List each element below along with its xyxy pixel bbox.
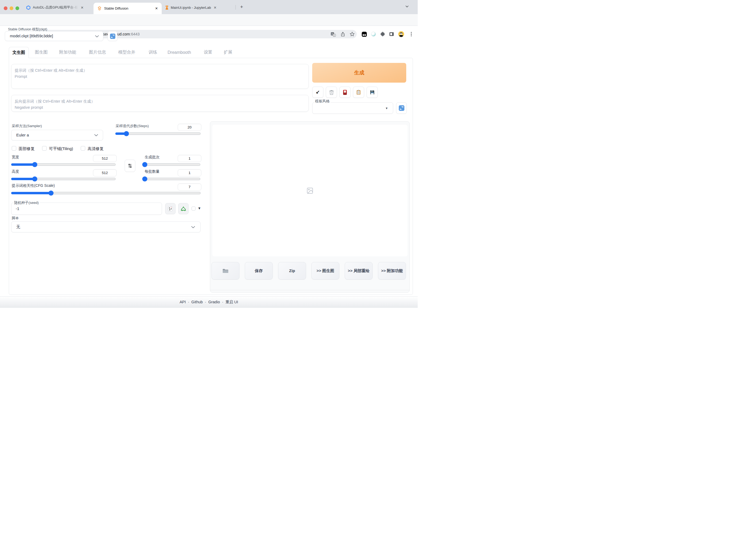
prompt-textarea[interactable]: 提示词（按 Ctrl+Enter 或 Alt+Enter 生成） Prompt xyxy=(11,64,309,89)
new-tab-button[interactable]: + xyxy=(238,3,245,10)
slider-thumb xyxy=(142,162,147,167)
swap-dimensions-button[interactable] xyxy=(125,159,135,172)
hourglass-icon xyxy=(165,5,169,10)
reuse-seed-button[interactable] xyxy=(178,203,189,214)
generate-button[interactable]: 生成 xyxy=(312,63,406,83)
chevron-down-icon xyxy=(191,225,195,230)
send-to-img2img-button[interactable]: >> 图生图 xyxy=(311,262,339,280)
tab-settings[interactable]: 设置 xyxy=(204,47,212,58)
tiling-checkbox[interactable] xyxy=(42,146,47,151)
read-params-button[interactable]: ↙ xyxy=(312,87,323,98)
clear-prompt-button[interactable] xyxy=(326,87,337,98)
tab-train[interactable]: 训练 xyxy=(149,47,157,58)
open-folder-button[interactable] xyxy=(212,262,240,280)
random-seed-button[interactable] xyxy=(165,203,176,214)
batch-size-input[interactable] xyxy=(178,169,202,176)
share-icon[interactable] xyxy=(340,31,346,37)
save-button[interactable]: 保存 xyxy=(245,262,273,280)
chevron-down-icon xyxy=(95,34,99,39)
slider-thumb xyxy=(124,131,129,136)
footer-link-github[interactable]: Github xyxy=(191,300,203,304)
script-dropdown[interactable]: 无 xyxy=(11,222,201,232)
window-zoom-button[interactable] xyxy=(16,6,19,10)
browser-menu-icon[interactable] xyxy=(408,31,415,37)
seed-extra-caret-icon[interactable]: ▼ xyxy=(198,206,201,210)
tab-dreambooth[interactable]: Dreambooth xyxy=(168,47,191,58)
browser-tab-autodl[interactable]: AutoDL-品质GPU租用平台-租G ✕ xyxy=(26,4,91,11)
send-to-inpaint-button[interactable]: >> 局部重绘 xyxy=(345,262,373,280)
steps-input[interactable] xyxy=(178,124,202,131)
extension-sphere-icon[interactable] xyxy=(370,31,377,37)
footer-link-restart-ui[interactable]: 重启 UI xyxy=(225,300,238,304)
tab-img2img[interactable]: 图生图 xyxy=(35,47,48,58)
clipboard-icon xyxy=(356,90,361,95)
highres-fix-checkbox[interactable] xyxy=(81,146,85,151)
window-minimize-button[interactable] xyxy=(9,6,13,10)
bookmark-star-icon[interactable] xyxy=(349,31,355,37)
zip-button[interactable]: Zip xyxy=(278,262,306,280)
restore-faces-label: 面部修复 xyxy=(19,146,35,151)
width-slider[interactable] xyxy=(11,162,116,167)
refresh-icon xyxy=(399,105,404,111)
width-input[interactable] xyxy=(93,155,117,162)
template-style-refresh-button[interactable] xyxy=(396,102,407,114)
restore-faces-checkbox[interactable] xyxy=(12,146,16,151)
tab-txt2img[interactable]: 文生图 xyxy=(9,47,29,58)
tab-close-icon[interactable]: ✕ xyxy=(155,6,158,10)
footer-link-gradio[interactable]: Gradio xyxy=(208,300,220,304)
tab-close-icon[interactable]: ✕ xyxy=(80,6,84,9)
footer-link-api[interactable]: API xyxy=(180,300,186,304)
tab-extensions[interactable]: 扩展 xyxy=(224,47,232,58)
batch-count-label: 生成批次 xyxy=(145,155,159,159)
extensions-puzzle-icon[interactable] xyxy=(379,31,386,37)
sampler-dropdown[interactable]: Euler a xyxy=(11,130,103,141)
template-style-dropdown[interactable]: ▼ xyxy=(312,102,393,114)
script-value: 无 xyxy=(16,225,20,230)
result-image-area[interactable] xyxy=(212,125,407,256)
cfg-scale-slider[interactable] xyxy=(11,190,201,196)
model-dropdown[interactable]: model.ckpt [89d59c3dde] xyxy=(5,31,103,41)
apply-style-button[interactable] xyxy=(353,87,364,98)
send-to-extras-button[interactable]: >> 附加功能 xyxy=(378,262,406,280)
translate-icon[interactable]: G文 xyxy=(330,31,336,37)
side-panel-icon[interactable] xyxy=(388,31,395,37)
seed-extra-checkbox[interactable] xyxy=(191,207,195,210)
footer-links: API·Github·Gradio·重启 UI xyxy=(0,299,418,304)
stable-diffusion-logo-icon xyxy=(97,6,102,11)
highres-fix-label: 高清修复 xyxy=(88,146,103,151)
batch-size-slider[interactable] xyxy=(145,176,200,181)
tab-extras[interactable]: 附加功能 xyxy=(59,47,76,58)
extension-onepassword-icon[interactable] xyxy=(361,31,367,37)
dot-separator: · xyxy=(222,300,223,304)
height-label: 高度 xyxy=(12,169,19,174)
tab-checkpoint-merger[interactable]: 模型合并 xyxy=(118,47,135,58)
batch-count-slider[interactable] xyxy=(145,162,200,167)
batch-count-input[interactable] xyxy=(178,155,202,162)
recycle-icon xyxy=(181,206,186,211)
slider-thumb xyxy=(49,190,54,196)
trash-icon xyxy=(329,90,334,95)
folder-icon xyxy=(222,268,229,273)
model-refresh-button[interactable] xyxy=(108,31,118,41)
steps-slider[interactable] xyxy=(115,131,201,136)
save-style-button[interactable] xyxy=(367,87,378,98)
height-slider[interactable] xyxy=(11,176,116,181)
browser-tab-jupyterlab[interactable]: MainUi.ipynb - JupyterLab ✕ xyxy=(165,4,232,11)
browser-tab-stable-diffusion[interactable]: Stable Diffusion ✕ xyxy=(93,3,162,14)
slider-thumb xyxy=(32,162,37,167)
tab-png-info[interactable]: 图片信息 xyxy=(89,47,106,58)
sampler-label: 采样方法(Sampler) xyxy=(12,124,42,128)
model-value: model.ckpt [89d59c3dde] xyxy=(10,34,53,38)
slider-thumb xyxy=(32,176,37,181)
tab-search-chevron-icon[interactable] xyxy=(405,4,409,8)
cfg-scale-label: 提示词相关性(CFG Scale) xyxy=(12,183,55,188)
window-close-button[interactable] xyxy=(4,6,7,10)
cfg-scale-input[interactable] xyxy=(178,183,202,190)
profile-avatar[interactable] xyxy=(398,31,404,37)
tab-close-icon[interactable]: ✕ xyxy=(213,6,217,9)
height-input[interactable] xyxy=(93,169,117,176)
browser-tab-title: MainUi.ipynb - JupyterLab xyxy=(171,6,211,9)
extra-networks-button[interactable] xyxy=(339,87,351,98)
negative-prompt-textarea[interactable]: 反向提示词（按 Ctrl+Enter 或 Alt+Enter 生成） Negat… xyxy=(11,95,309,112)
flower-card-icon xyxy=(343,90,347,95)
